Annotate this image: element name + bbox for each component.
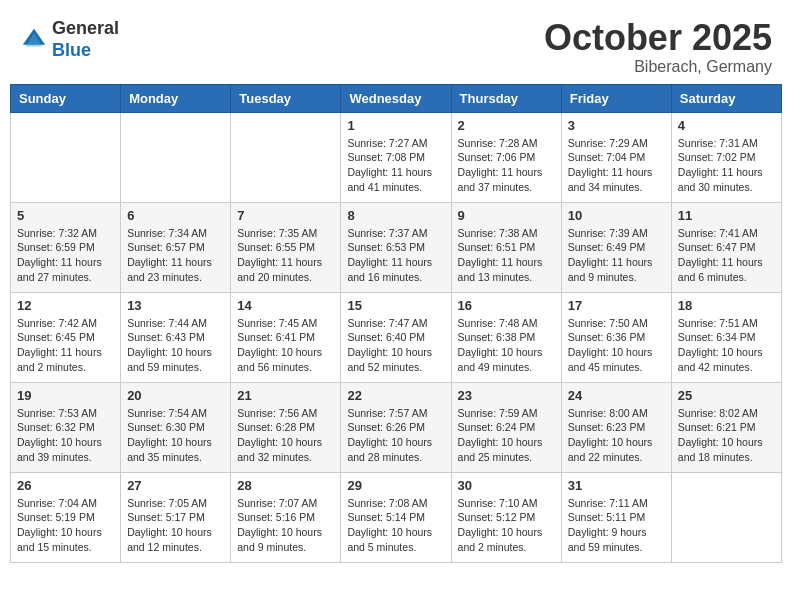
day-info: Sunrise: 7:39 AM Sunset: 6:49 PM Dayligh… [568, 226, 665, 285]
calendar-week-5: 26Sunrise: 7:04 AM Sunset: 5:19 PM Dayli… [11, 472, 782, 562]
calendar-cell: 8Sunrise: 7:37 AM Sunset: 6:53 PM Daylig… [341, 202, 451, 292]
day-number: 2 [458, 118, 555, 133]
day-info: Sunrise: 7:57 AM Sunset: 6:26 PM Dayligh… [347, 406, 444, 465]
day-number: 29 [347, 478, 444, 493]
logo: General Blue [20, 18, 119, 61]
day-number: 22 [347, 388, 444, 403]
day-number: 10 [568, 208, 665, 223]
day-number: 20 [127, 388, 224, 403]
weekday-header-friday: Friday [561, 84, 671, 112]
calendar-cell: 18Sunrise: 7:51 AM Sunset: 6:34 PM Dayli… [671, 292, 781, 382]
weekday-header-sunday: Sunday [11, 84, 121, 112]
month-title: October 2025 [544, 18, 772, 58]
day-number: 19 [17, 388, 114, 403]
day-number: 23 [458, 388, 555, 403]
weekday-header-thursday: Thursday [451, 84, 561, 112]
day-number: 8 [347, 208, 444, 223]
calendar-cell: 13Sunrise: 7:44 AM Sunset: 6:43 PM Dayli… [121, 292, 231, 382]
calendar-cell: 28Sunrise: 7:07 AM Sunset: 5:16 PM Dayli… [231, 472, 341, 562]
logo-icon [20, 26, 48, 54]
day-number: 27 [127, 478, 224, 493]
calendar-cell: 15Sunrise: 7:47 AM Sunset: 6:40 PM Dayli… [341, 292, 451, 382]
day-number: 13 [127, 298, 224, 313]
calendar-cell: 25Sunrise: 8:02 AM Sunset: 6:21 PM Dayli… [671, 382, 781, 472]
calendar-cell [231, 112, 341, 202]
calendar-cell: 1Sunrise: 7:27 AM Sunset: 7:08 PM Daylig… [341, 112, 451, 202]
day-info: Sunrise: 8:00 AM Sunset: 6:23 PM Dayligh… [568, 406, 665, 465]
day-info: Sunrise: 7:41 AM Sunset: 6:47 PM Dayligh… [678, 226, 775, 285]
calendar-cell [121, 112, 231, 202]
calendar-cell: 27Sunrise: 7:05 AM Sunset: 5:17 PM Dayli… [121, 472, 231, 562]
day-info: Sunrise: 7:59 AM Sunset: 6:24 PM Dayligh… [458, 406, 555, 465]
logo-general-text: General [52, 18, 119, 40]
location: Biberach, Germany [544, 58, 772, 76]
day-number: 6 [127, 208, 224, 223]
day-number: 1 [347, 118, 444, 133]
calendar-cell: 6Sunrise: 7:34 AM Sunset: 6:57 PM Daylig… [121, 202, 231, 292]
day-number: 7 [237, 208, 334, 223]
day-number: 18 [678, 298, 775, 313]
calendar-cell: 21Sunrise: 7:56 AM Sunset: 6:28 PM Dayli… [231, 382, 341, 472]
calendar-cell: 11Sunrise: 7:41 AM Sunset: 6:47 PM Dayli… [671, 202, 781, 292]
day-number: 11 [678, 208, 775, 223]
day-info: Sunrise: 7:48 AM Sunset: 6:38 PM Dayligh… [458, 316, 555, 375]
calendar-cell: 22Sunrise: 7:57 AM Sunset: 6:26 PM Dayli… [341, 382, 451, 472]
day-info: Sunrise: 7:07 AM Sunset: 5:16 PM Dayligh… [237, 496, 334, 555]
calendar-cell: 20Sunrise: 7:54 AM Sunset: 6:30 PM Dayli… [121, 382, 231, 472]
weekday-header-row: SundayMondayTuesdayWednesdayThursdayFrid… [11, 84, 782, 112]
header: General Blue October 2025 Biberach, Germ… [10, 10, 782, 76]
calendar-cell: 23Sunrise: 7:59 AM Sunset: 6:24 PM Dayli… [451, 382, 561, 472]
day-info: Sunrise: 7:44 AM Sunset: 6:43 PM Dayligh… [127, 316, 224, 375]
day-info: Sunrise: 7:11 AM Sunset: 5:11 PM Dayligh… [568, 496, 665, 555]
calendar-cell [671, 472, 781, 562]
calendar-week-4: 19Sunrise: 7:53 AM Sunset: 6:32 PM Dayli… [11, 382, 782, 472]
day-info: Sunrise: 7:28 AM Sunset: 7:06 PM Dayligh… [458, 136, 555, 195]
day-info: Sunrise: 7:42 AM Sunset: 6:45 PM Dayligh… [17, 316, 114, 375]
calendar-cell: 3Sunrise: 7:29 AM Sunset: 7:04 PM Daylig… [561, 112, 671, 202]
calendar-cell [11, 112, 121, 202]
day-number: 30 [458, 478, 555, 493]
calendar-cell: 26Sunrise: 7:04 AM Sunset: 5:19 PM Dayli… [11, 472, 121, 562]
day-number: 17 [568, 298, 665, 313]
day-info: Sunrise: 7:32 AM Sunset: 6:59 PM Dayligh… [17, 226, 114, 285]
day-info: Sunrise: 7:50 AM Sunset: 6:36 PM Dayligh… [568, 316, 665, 375]
day-info: Sunrise: 7:38 AM Sunset: 6:51 PM Dayligh… [458, 226, 555, 285]
calendar-week-3: 12Sunrise: 7:42 AM Sunset: 6:45 PM Dayli… [11, 292, 782, 382]
day-info: Sunrise: 7:37 AM Sunset: 6:53 PM Dayligh… [347, 226, 444, 285]
day-info: Sunrise: 7:04 AM Sunset: 5:19 PM Dayligh… [17, 496, 114, 555]
calendar-cell: 17Sunrise: 7:50 AM Sunset: 6:36 PM Dayli… [561, 292, 671, 382]
day-info: Sunrise: 7:56 AM Sunset: 6:28 PM Dayligh… [237, 406, 334, 465]
day-number: 26 [17, 478, 114, 493]
calendar-cell: 4Sunrise: 7:31 AM Sunset: 7:02 PM Daylig… [671, 112, 781, 202]
day-info: Sunrise: 7:08 AM Sunset: 5:14 PM Dayligh… [347, 496, 444, 555]
day-info: Sunrise: 7:34 AM Sunset: 6:57 PM Dayligh… [127, 226, 224, 285]
day-number: 24 [568, 388, 665, 403]
day-info: Sunrise: 7:10 AM Sunset: 5:12 PM Dayligh… [458, 496, 555, 555]
weekday-header-wednesday: Wednesday [341, 84, 451, 112]
day-number: 28 [237, 478, 334, 493]
calendar-cell: 29Sunrise: 7:08 AM Sunset: 5:14 PM Dayli… [341, 472, 451, 562]
day-number: 4 [678, 118, 775, 133]
logo-blue-text: Blue [52, 40, 119, 62]
calendar-cell: 31Sunrise: 7:11 AM Sunset: 5:11 PM Dayli… [561, 472, 671, 562]
calendar-cell: 12Sunrise: 7:42 AM Sunset: 6:45 PM Dayli… [11, 292, 121, 382]
day-info: Sunrise: 7:47 AM Sunset: 6:40 PM Dayligh… [347, 316, 444, 375]
day-number: 5 [17, 208, 114, 223]
day-info: Sunrise: 7:45 AM Sunset: 6:41 PM Dayligh… [237, 316, 334, 375]
day-number: 31 [568, 478, 665, 493]
calendar-week-2: 5Sunrise: 7:32 AM Sunset: 6:59 PM Daylig… [11, 202, 782, 292]
calendar-cell: 24Sunrise: 8:00 AM Sunset: 6:23 PM Dayli… [561, 382, 671, 472]
weekday-header-saturday: Saturday [671, 84, 781, 112]
day-info: Sunrise: 7:51 AM Sunset: 6:34 PM Dayligh… [678, 316, 775, 375]
day-info: Sunrise: 7:31 AM Sunset: 7:02 PM Dayligh… [678, 136, 775, 195]
day-info: Sunrise: 7:35 AM Sunset: 6:55 PM Dayligh… [237, 226, 334, 285]
day-info: Sunrise: 7:54 AM Sunset: 6:30 PM Dayligh… [127, 406, 224, 465]
calendar-cell: 16Sunrise: 7:48 AM Sunset: 6:38 PM Dayli… [451, 292, 561, 382]
day-number: 12 [17, 298, 114, 313]
day-number: 16 [458, 298, 555, 313]
title-section: October 2025 Biberach, Germany [544, 18, 772, 76]
day-number: 3 [568, 118, 665, 133]
logo-text: General Blue [52, 18, 119, 61]
day-number: 14 [237, 298, 334, 313]
day-info: Sunrise: 7:27 AM Sunset: 7:08 PM Dayligh… [347, 136, 444, 195]
